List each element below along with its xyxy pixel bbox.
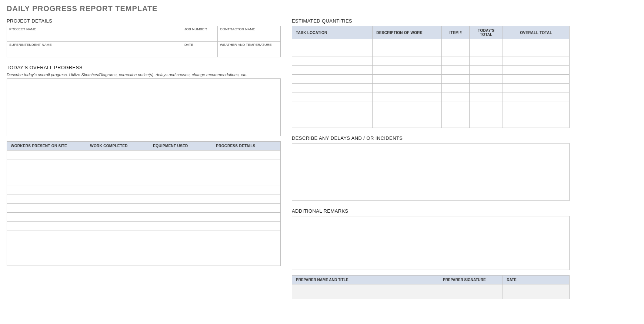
- table-cell[interactable]: [86, 222, 149, 230]
- table-cell[interactable]: [212, 257, 281, 266]
- field-job-number[interactable]: JOB NUMBER: [182, 26, 217, 42]
- table-cell[interactable]: [86, 213, 149, 222]
- table-cell[interactable]: [470, 92, 503, 101]
- table-cell[interactable]: [149, 204, 212, 213]
- table-cell[interactable]: [212, 186, 281, 195]
- table-cell[interactable]: [149, 213, 212, 222]
- table-cell[interactable]: [86, 204, 149, 213]
- preparer-signature-cell[interactable]: [439, 284, 503, 299]
- table-cell[interactable]: [7, 168, 86, 177]
- table-cell[interactable]: [86, 151, 149, 159]
- table-cell[interactable]: [470, 75, 503, 84]
- table-cell[interactable]: [373, 39, 442, 48]
- table-cell[interactable]: [7, 222, 86, 230]
- table-cell[interactable]: [442, 92, 470, 101]
- table-cell[interactable]: [292, 57, 373, 66]
- table-cell[interactable]: [373, 48, 442, 57]
- table-cell[interactable]: [442, 75, 470, 84]
- table-cell[interactable]: [503, 39, 570, 48]
- table-cell[interactable]: [212, 168, 281, 177]
- table-cell[interactable]: [86, 177, 149, 186]
- table-cell[interactable]: [442, 48, 470, 57]
- table-cell[interactable]: [373, 57, 442, 66]
- table-cell[interactable]: [149, 159, 212, 168]
- table-cell[interactable]: [86, 186, 149, 195]
- table-cell[interactable]: [442, 39, 470, 48]
- table-cell[interactable]: [212, 213, 281, 222]
- table-cell[interactable]: [149, 151, 212, 159]
- field-weather[interactable]: WEATHER AND TEMPERATURE: [218, 42, 281, 57]
- table-cell[interactable]: [292, 66, 373, 75]
- table-cell[interactable]: [373, 101, 442, 110]
- table-cell[interactable]: [292, 101, 373, 110]
- table-cell[interactable]: [503, 92, 570, 101]
- table-cell[interactable]: [470, 84, 503, 92]
- table-cell[interactable]: [373, 75, 442, 84]
- table-cell[interactable]: [373, 92, 442, 101]
- preparer-name-cell[interactable]: [292, 284, 439, 299]
- table-cell[interactable]: [442, 66, 470, 75]
- table-cell[interactable]: [86, 168, 149, 177]
- remarks-textarea[interactable]: [292, 216, 570, 270]
- table-cell[interactable]: [292, 75, 373, 84]
- table-cell[interactable]: [7, 177, 86, 186]
- table-cell[interactable]: [292, 92, 373, 101]
- table-cell[interactable]: [86, 195, 149, 204]
- table-cell[interactable]: [149, 248, 212, 257]
- table-cell[interactable]: [149, 239, 212, 248]
- table-cell[interactable]: [470, 39, 503, 48]
- table-cell[interactable]: [212, 248, 281, 257]
- table-cell[interactable]: [292, 48, 373, 57]
- table-cell[interactable]: [503, 84, 570, 92]
- table-cell[interactable]: [470, 66, 503, 75]
- table-cell[interactable]: [292, 84, 373, 92]
- table-cell[interactable]: [212, 204, 281, 213]
- field-project-name[interactable]: PROJECT NAME: [7, 26, 182, 42]
- field-date[interactable]: DATE: [182, 42, 217, 57]
- table-cell[interactable]: [212, 222, 281, 230]
- delays-textarea[interactable]: [292, 143, 570, 201]
- overall-progress-textarea[interactable]: [7, 78, 281, 136]
- table-cell[interactable]: [373, 110, 442, 119]
- table-cell[interactable]: [503, 57, 570, 66]
- table-cell[interactable]: [7, 239, 86, 248]
- table-cell[interactable]: [442, 110, 470, 119]
- table-cell[interactable]: [470, 110, 503, 119]
- table-cell[interactable]: [212, 230, 281, 239]
- table-cell[interactable]: [7, 257, 86, 266]
- table-cell[interactable]: [86, 239, 149, 248]
- table-cell[interactable]: [503, 66, 570, 75]
- table-cell[interactable]: [442, 101, 470, 110]
- table-cell[interactable]: [292, 39, 373, 48]
- table-cell[interactable]: [470, 57, 503, 66]
- table-cell[interactable]: [503, 110, 570, 119]
- field-contractor-name[interactable]: CONTRACTOR NAME: [218, 26, 281, 42]
- table-cell[interactable]: [86, 257, 149, 266]
- table-cell[interactable]: [7, 248, 86, 257]
- table-cell[interactable]: [149, 230, 212, 239]
- table-cell[interactable]: [373, 66, 442, 75]
- table-cell[interactable]: [470, 101, 503, 110]
- table-cell[interactable]: [373, 119, 442, 128]
- table-cell[interactable]: [503, 119, 570, 128]
- table-cell[interactable]: [212, 151, 281, 159]
- table-cell[interactable]: [292, 119, 373, 128]
- table-cell[interactable]: [442, 57, 470, 66]
- table-cell[interactable]: [86, 248, 149, 257]
- table-cell[interactable]: [470, 119, 503, 128]
- table-cell[interactable]: [86, 230, 149, 239]
- table-cell[interactable]: [503, 48, 570, 57]
- table-cell[interactable]: [7, 230, 86, 239]
- table-cell[interactable]: [149, 177, 212, 186]
- table-cell[interactable]: [149, 257, 212, 266]
- table-cell[interactable]: [442, 119, 470, 128]
- table-cell[interactable]: [86, 159, 149, 168]
- table-cell[interactable]: [7, 204, 86, 213]
- table-cell[interactable]: [7, 159, 86, 168]
- table-cell[interactable]: [212, 239, 281, 248]
- table-cell[interactable]: [373, 84, 442, 92]
- table-cell[interactable]: [149, 168, 212, 177]
- field-superintendent-name[interactable]: SUPERINTENDENT NAME: [7, 42, 182, 57]
- table-cell[interactable]: [503, 101, 570, 110]
- table-cell[interactable]: [212, 195, 281, 204]
